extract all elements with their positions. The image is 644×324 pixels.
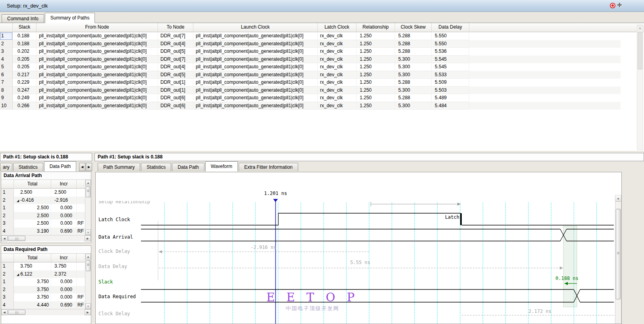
- cell[interactable]: 1.250: [357, 56, 395, 64]
- cell[interactable]: 1.250: [357, 87, 395, 94]
- total-cell[interactable]: 4.440: [14, 301, 51, 309]
- required-row-2[interactable]: 2◢6.1222.372: [1, 270, 91, 278]
- cell[interactable]: 5.545: [432, 63, 469, 71]
- left-panel-tab-ary[interactable]: ary: [0, 163, 12, 171]
- cell[interactable]: 5.288: [395, 48, 432, 56]
- scrollbar-thumb[interactable]: [638, 32, 642, 69]
- cell[interactable]: pll_inst|altpll_component|auto_generated…: [193, 71, 318, 79]
- cell[interactable]: 5.550: [432, 32, 469, 40]
- tab-scroll-left-button[interactable]: ◀: [79, 163, 85, 171]
- column-header-from-node[interactable]: From Node: [37, 23, 158, 32]
- scroll-up-icon[interactable]: ▲: [85, 180, 91, 185]
- cell[interactable]: 5.300: [395, 87, 432, 94]
- right-panel-tab-extra-fitter-information[interactable]: Extra Fitter Information: [239, 163, 298, 171]
- cell[interactable]: 5.300: [395, 56, 432, 64]
- column-header-slack[interactable]: Slack: [13, 23, 37, 32]
- cell[interactable]: 1: [0, 32, 13, 40]
- cell[interactable]: pll_inst|altpll_component|auto_generated…: [37, 63, 158, 71]
- cell[interactable]: 5.288: [395, 94, 432, 102]
- column-header-relationship[interactable]: Relationship: [357, 23, 395, 32]
- incr-cell[interactable]: 0.000: [51, 204, 77, 212]
- scroll-down-icon[interactable]: ▼: [85, 303, 91, 309]
- arrival-row-2[interactable]: 2◢-0.416-2.916: [1, 197, 91, 204]
- cell[interactable]: 0.217: [13, 71, 37, 79]
- cell[interactable]: pll_inst|altpll_component|auto_generated…: [193, 87, 318, 94]
- column-header-type[interactable]: [77, 254, 86, 262]
- path-row-10[interactable]: 100.266pll_inst|altpll_component|auto_ge…: [0, 102, 621, 110]
- path-row-7[interactable]: 70.229pll_inst|altpll_component|auto_gen…: [0, 79, 621, 87]
- cell[interactable]: 5.300: [395, 63, 432, 71]
- expand-icon[interactable]: ◢: [17, 273, 19, 276]
- cell[interactable]: 1.250: [357, 94, 395, 102]
- cell[interactable]: DDR_out[4]: [158, 63, 193, 71]
- cell[interactable]: 5.288: [395, 32, 432, 40]
- required-vertical-scrollbar[interactable]: ▲ ▼: [85, 254, 91, 309]
- main-tab-command-info[interactable]: Command Info: [2, 14, 44, 23]
- cell[interactable]: 5.509: [432, 79, 469, 87]
- scrollbar-thumb[interactable]: [8, 310, 25, 315]
- cell[interactable]: 9: [0, 94, 13, 102]
- required-row-4[interactable]: 23.7500.000: [1, 286, 91, 294]
- cell[interactable]: DDR_out[7]: [158, 32, 193, 40]
- cell[interactable]: 1.250: [357, 32, 395, 40]
- total-cell[interactable]: ◢-0.416: [14, 197, 51, 204]
- required-row-6[interactable]: 44.4400.690RF: [1, 301, 91, 309]
- required-row-3[interactable]: 13.7500.000: [1, 278, 91, 286]
- cell[interactable]: pll_inst|altpll_component|auto_generated…: [37, 102, 158, 110]
- cell[interactable]: rx_dev_clk: [318, 63, 357, 71]
- column-header-incr[interactable]: Incr: [51, 180, 77, 189]
- scrollbar-thumb[interactable]: [8, 236, 25, 241]
- arrival-horizontal-scrollbar[interactable]: ◀ ▶: [1, 235, 91, 241]
- incr-cell[interactable]: 0.690: [51, 301, 77, 309]
- cell[interactable]: rx_dev_clk: [318, 32, 357, 40]
- total-cell[interactable]: 3.190: [14, 228, 51, 235]
- scroll-left-icon[interactable]: ◀: [1, 235, 8, 241]
- cell[interactable]: 10: [0, 102, 13, 110]
- cell[interactable]: 0.229: [13, 79, 37, 87]
- path-row-8[interactable]: 80.247pll_inst|altpll_component|auto_gen…: [0, 87, 621, 94]
- scrollbar-thumb[interactable]: [616, 209, 621, 299]
- cell[interactable]: pll_inst|altpll_component|auto_generated…: [37, 40, 158, 48]
- arrival-row-5[interactable]: 32.5000.000RF: [1, 220, 91, 228]
- arrival-row-6[interactable]: 43.1900.690RF: [1, 228, 91, 235]
- cell[interactable]: DDR_out[6]: [158, 94, 193, 102]
- cell[interactable]: pll_inst|altpll_component|auto_generated…: [193, 40, 318, 48]
- cell[interactable]: pll_inst|altpll_component|auto_generated…: [37, 56, 158, 64]
- arrival-row-4[interactable]: 22.5000.000: [1, 212, 91, 220]
- required-horizontal-scrollbar[interactable]: ◀ ▶: [1, 309, 91, 315]
- cell[interactable]: 0.205: [13, 63, 37, 71]
- right-panel-tab-waveform[interactable]: Waveform: [205, 161, 238, 172]
- required-row-5[interactable]: 33.7500.000RF: [1, 293, 91, 301]
- cell[interactable]: DDR_out[1]: [158, 87, 193, 94]
- column-header-clock-skew[interactable]: Clock Skew: [395, 23, 432, 32]
- cell[interactable]: 5.288: [395, 79, 432, 87]
- cell[interactable]: 5.550: [432, 40, 469, 48]
- cell[interactable]: 4: [0, 56, 13, 64]
- cell[interactable]: rx_dev_clk: [318, 102, 357, 110]
- cell[interactable]: pll_inst|altpll_component|auto_generated…: [37, 71, 158, 79]
- incr-cell[interactable]: 0.690: [51, 228, 77, 235]
- total-cell[interactable]: 2.500: [14, 212, 51, 220]
- column-header-num[interactable]: [1, 180, 14, 189]
- arrival-row-3[interactable]: 12.5000.000: [1, 204, 91, 212]
- cell[interactable]: pll_inst|altpll_component|auto_generated…: [193, 79, 318, 87]
- arrival-row-1[interactable]: 12.5002.500: [1, 189, 91, 197]
- column-header-total[interactable]: Total: [14, 180, 51, 189]
- scroll-down-icon[interactable]: ▼: [85, 230, 91, 235]
- cell[interactable]: 0.202: [13, 48, 37, 56]
- cell[interactable]: 5.489: [432, 94, 469, 102]
- column-header-type[interactable]: [77, 180, 86, 189]
- cell[interactable]: 5.288: [395, 40, 432, 48]
- cell[interactable]: 5.545: [432, 56, 469, 64]
- path-row-2[interactable]: 20.188pll_inst|altpll_component|auto_gen…: [0, 40, 621, 48]
- cell[interactable]: 5.300: [395, 71, 432, 79]
- scroll-up-icon[interactable]: ▲: [85, 254, 91, 259]
- cell[interactable]: pll_inst|altpll_component|auto_generated…: [37, 32, 158, 40]
- cell[interactable]: rx_dev_clk: [318, 87, 357, 94]
- cell[interactable]: 5.533: [432, 71, 469, 79]
- incr-cell[interactable]: 0.000: [51, 212, 77, 220]
- incr-cell[interactable]: 2.372: [51, 270, 77, 278]
- waveform-canvas[interactable]: [96, 172, 621, 324]
- cell[interactable]: 1.250: [357, 40, 395, 48]
- column-header-latch-clock[interactable]: Latch Clock: [318, 23, 357, 32]
